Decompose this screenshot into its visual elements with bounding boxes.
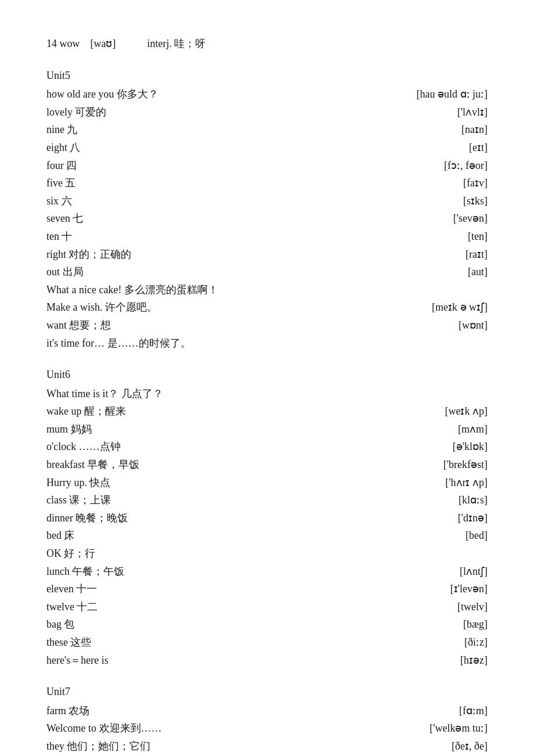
unit6-phonetic-10: [lʌntʃ] [395,563,488,581]
unit6-word-1: wake up 醒；醒来 [46,402,395,420]
unit5-section: Unit5 how old are you 你多大？ [hau əuld ɑː … [46,67,488,352]
unit5-word-10: out 出局 [46,263,395,281]
unit5-word-7: seven 七 [46,210,395,228]
unit6-word-15: here's＝here is [46,651,395,669]
unit5-entry-5: five 五 [faɪv] [46,174,488,192]
unit5-entry-11: What a nice cake! 多么漂亮的蛋糕啊！ [46,281,488,299]
unit6-entry-7: dinner 晚餐；晚饭 ['dɪnə] [46,509,488,527]
unit6-entry-14: these 这些 [ðiːz] [46,633,488,651]
unit6-entry-6: class 课；上课 [klɑːs] [46,491,488,509]
unit6-word-14: these 这些 [46,633,395,651]
unit6-entry-4: breakfast 早餐，早饭 ['brekfəst] [46,456,488,474]
unit7-phonetic-0: [fɑːm] [395,702,488,720]
unit5-entry-10: out 出局 [aut] [46,263,488,281]
unit6-word-11: eleven 十一 [46,580,395,598]
unit5-entry-14: it's time for… 是……的时候了。 [46,334,488,352]
unit5-word-8: ten 十 [46,228,395,246]
unit7-phonetic-1: ['welkəm tuː] [395,719,488,737]
unit6-word-12: twelve 十二 [46,598,395,616]
unit6-word-8: bed 床 [46,527,395,545]
unit7-word-1: Welcome to 欢迎来到…… [46,719,395,737]
unit7-title: Unit7 [46,683,488,701]
unit5-phonetic-3: [eɪt] [395,139,488,157]
unit6-phonetic-1: [weɪk ʌp] [395,402,488,420]
unit5-phonetic-2: [naɪn] [395,121,488,139]
unit6-word-6: class 课；上课 [46,491,395,509]
unit5-entry-13: want 想要；想 [wɒnt] [46,316,488,334]
unit6-word-3: o'clock ……点钟 [46,438,395,456]
unit14-section: 14 wow [waʊ] interj. 哇；呀 [46,35,488,53]
unit5-entry-6: six 六 [sɪks] [46,192,488,210]
unit6-entry-15: here's＝here is [hɪəz] [46,651,488,669]
unit6-entry-12: twelve 十二 [twelv] [46,598,488,616]
unit6-entry-11: eleven 十一 [ɪ'levən] [46,580,488,598]
unit6-entry-13: bag 包 [bæg] [46,615,488,633]
unit6-phonetic-6: [klɑːs] [395,491,488,509]
unit6-word-13: bag 包 [46,615,395,633]
unit6-word-5: Hurry up. 快点 [46,474,395,492]
unit6-phonetic-5: ['hʌrɪ ʌp] [395,474,488,492]
unit5-phonetic-8: [ten] [395,228,488,246]
unit5-word-11: What a nice cake! 多么漂亮的蛋糕啊！ [46,281,395,299]
unit5-phonetic-9: [raɪt] [395,246,488,264]
unit5-phonetic-0: [hau əuld ɑː juː] [395,85,488,103]
unit6-phonetic-7: ['dɪnə] [395,509,488,527]
unit6-phonetic-2: [mʌm] [395,420,488,438]
unit6-phonetic-12: [twelv] [395,598,488,616]
unit5-word-4: four 四 [46,157,395,175]
unit7-entry-0: farm 农场 [fɑːm] [46,702,488,720]
unit6-word-10: lunch 午餐；午饭 [46,563,395,581]
unit5-entry-4: four 四 [fɔː, fəor] [46,157,488,175]
unit5-phonetic-12: [meɪk ə wɪʃ] [395,298,488,316]
unit6-entry-8: bed 床 [bed] [46,527,488,545]
unit5-word-12: Make a wish. 许个愿吧。 [46,298,395,316]
unit5-word-13: want 想要；想 [46,316,395,334]
unit5-phonetic-6: [sɪks] [395,192,488,210]
unit5-word-2: nine 九 [46,121,395,139]
unit5-phonetic-7: ['sevən] [395,210,488,228]
unit7-phonetic-2: [ðeɪ, ðe] [395,737,488,755]
unit5-phonetic-1: ['lʌvlɪ] [395,103,488,121]
unit6-phonetic-15: [hɪəz] [395,651,488,669]
unit6-section: Unit6 What time is it？ 几点了？ wake up 醒；醒来… [46,366,488,669]
unit5-phonetic-13: [wɒnt] [395,316,488,334]
unit7-section: Unit7 farm 农场 [fɑːm] Welcome to 欢迎来到…… [… [46,683,488,756]
unit6-word-0: What time is it？ 几点了？ [46,385,395,403]
unit6-word-9: OK 好；行 [46,545,395,563]
unit5-entry-12: Make a wish. 许个愿吧。 [meɪk ə wɪʃ] [46,298,488,316]
unit6-entry-5: Hurry up. 快点 ['hʌrɪ ʌp] [46,474,488,492]
unit6-entry-3: o'clock ……点钟 [ə'klɒk] [46,438,488,456]
unit5-entry-1: lovely 可爱的 ['lʌvlɪ] [46,103,488,121]
unit7-entry-1: Welcome to 欢迎来到…… ['welkəm tuː] [46,719,488,737]
unit6-word-4: breakfast 早餐，早饭 [46,456,395,474]
unit5-word-1: lovely 可爱的 [46,103,395,121]
unit6-phonetic-4: ['brekfəst] [395,456,488,474]
unit6-phonetic-14: [ðiːz] [395,633,488,651]
unit7-word-0: farm 农场 [46,702,395,720]
unit5-entry-9: right 对的；正确的 [raɪt] [46,246,488,264]
unit5-entry-2: nine 九 [naɪn] [46,121,488,139]
unit5-entry-0: how old are you 你多大？ [hau əuld ɑː juː] [46,85,488,103]
unit5-entry-3: eight 八 [eɪt] [46,139,488,157]
unit6-phonetic-8: [bed] [395,527,488,545]
unit5-phonetic-4: [fɔː, fəor] [395,157,488,175]
unit6-phonetic-3: [ə'klɒk] [395,438,488,456]
unit6-phonetic-11: [ɪ'levən] [395,580,488,598]
unit5-phonetic-10: [aut] [395,263,488,281]
unit5-word-0: how old are you 你多大？ [46,85,395,103]
unit6-entry-10: lunch 午餐；午饭 [lʌntʃ] [46,563,488,581]
unit5-title: Unit5 [46,67,488,85]
unit5-entry-8: ten 十 [ten] [46,228,488,246]
unit6-phonetic-13: [bæg] [395,615,488,633]
unit7-word-2: they 他们；她们；它们 [46,737,395,755]
unit14-word: 14 wow [waʊ] interj. 哇；呀 [46,35,488,53]
unit7-entry-2: they 他们；她们；它们 [ðeɪ, ðe] [46,737,488,755]
unit6-word-2: mum 妈妈 [46,420,395,438]
unit6-word-7: dinner 晚餐；晚饭 [46,509,395,527]
unit14-entry: 14 wow [waʊ] interj. 哇；呀 [46,35,488,53]
unit6-entry-0: What time is it？ 几点了？ [46,385,488,403]
unit6-title: Unit6 [46,366,488,384]
unit6-entry-9: OK 好；行 [46,545,488,563]
unit5-word-3: eight 八 [46,139,395,157]
unit5-word-14: it's time for… 是……的时候了。 [46,334,395,352]
